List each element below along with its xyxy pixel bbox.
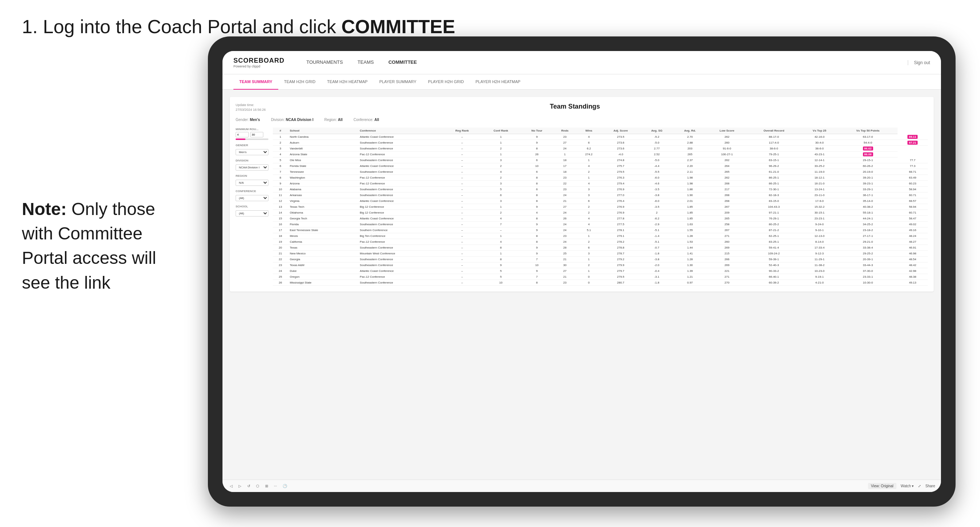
table-row[interactable]: 4Arizona StatePac-12 Conference–1261274.…: [273, 152, 928, 157]
tab-player-h2h-heatmap[interactable]: PLAYER H2H HEATMAP: [470, 75, 526, 90]
table-cell: 268: [707, 198, 747, 204]
table-cell: 262: [707, 175, 747, 181]
tab-player-h2h-grid[interactable]: PLAYER H2H GRID: [422, 75, 470, 90]
table-cell: Atlantic Coast Conference: [358, 163, 444, 169]
table-cell: 18: [273, 233, 288, 239]
watch-btn[interactable]: Watch ▾: [901, 484, 914, 488]
tab-team-h2h-grid[interactable]: TEAM H2H GRID: [278, 75, 321, 90]
table-row[interactable]: 11ArkansasSoutheastern Conference–682432…: [273, 192, 928, 198]
table-row[interactable]: 3VanderbiltSoutheastern Conference–28246…: [273, 146, 928, 152]
division-select[interactable]: NCAA Division I: [235, 164, 269, 171]
table-cell: 38-6-0: [800, 146, 838, 152]
toolbar-arrows[interactable]: ⤢: [918, 484, 921, 488]
table-cell: 4-21-0: [800, 280, 838, 286]
table-row[interactable]: 17East Tennessee StateSouthern Conferenc…: [273, 227, 928, 233]
table-cell: 3: [481, 157, 521, 163]
table-row[interactable]: 21New MexicoMountain West Conference–192…: [273, 251, 928, 257]
table-cell: 1.86: [673, 187, 707, 192]
table-cell: Pac-12 Conference: [358, 175, 444, 181]
table-cell: 9-19-1: [800, 274, 838, 280]
main-content-area: Update time: 27/03/2024 16:56:26 Team St…: [223, 90, 941, 479]
table-cell: –: [444, 274, 481, 280]
table-row[interactable]: 14OklahomaBig 12 Conference–24242276.921…: [273, 210, 928, 216]
table-cell: 1.28: [673, 257, 707, 262]
table-row[interactable]: 13Texas TechBig 12 Conference–19272276.9…: [273, 204, 928, 210]
table-cell: 2.37: [673, 157, 707, 163]
table-cell: 76-29-1: [747, 216, 801, 222]
table-cell: 17-9-0: [800, 198, 838, 204]
bottom-toolbar: ◁ ▷ ↺ ⬡ ⊞ ··· 🕐 View: Original Watch ▾ ⤢…: [223, 479, 941, 492]
table-row[interactable]: 20TexasSoutheastern Conference–89286278.…: [273, 245, 928, 251]
table-row[interactable]: 26Mississippi StateSoutheastern Conferen…: [273, 280, 928, 286]
tab-team-summary[interactable]: TEAM SUMMARY: [234, 75, 278, 90]
tab-team-h2h-heatmap[interactable]: TEAM H2H HEATMAP: [321, 75, 374, 90]
nav-tournaments[interactable]: TOURNAMENTS: [299, 51, 350, 75]
table-cell: 10-23-0: [800, 268, 838, 274]
table-cell: 4: [481, 216, 521, 222]
gender-filter-section: Gender Men's: [235, 144, 269, 155]
table-row[interactable]: 12VirginiaAtlantic Coast Conference–3821…: [273, 198, 928, 204]
table-row[interactable]: 8WashingtonPac-12 Conference–28231276.3-…: [273, 175, 928, 181]
tab-player-summary[interactable]: PLAYER SUMMARY: [374, 75, 422, 90]
share-btn[interactable]: Share: [925, 484, 935, 488]
table-row[interactable]: 23Texas A&MSoutheastern Conference–91030…: [273, 262, 928, 268]
table-row[interactable]: 9ArizonaPac-12 Conference–38224279.4-4.6…: [273, 181, 928, 187]
table-cell: 2.01: [673, 198, 707, 204]
table-cell: 9: [481, 262, 521, 268]
table-cell: –: [444, 198, 481, 204]
table-row[interactable]: 10AlabamaSoutheastern Conference–5623327…: [273, 187, 928, 192]
table-row[interactable]: 22GeorgiaSoutheastern Conference–8721127…: [273, 257, 928, 262]
toolbar-refresh[interactable]: ↺: [246, 483, 251, 489]
table-cell: 6: [577, 198, 601, 204]
table-row[interactable]: 15Georgia TechAtlantic Coast Conference–…: [273, 216, 928, 222]
table-cell: -0.7: [640, 245, 673, 251]
table-cell: 278.2: [601, 239, 640, 245]
table-cell: 276.9: [601, 210, 640, 216]
toolbar-back[interactable]: ◁: [228, 483, 234, 489]
min-rounds-max[interactable]: [250, 132, 263, 137]
table-row[interactable]: 2AuburnSoutheastern Conference–19276273.…: [273, 140, 928, 146]
region-select[interactable]: N/A: [235, 180, 269, 186]
table-cell: 38-6-0: [747, 146, 801, 152]
toolbar-share-icon[interactable]: ⬡: [255, 483, 261, 489]
table-cell: 43-23-1: [800, 152, 838, 157]
school-select[interactable]: (All): [235, 210, 269, 216]
table-row[interactable]: 7TennesseeSoutheastern Conference–461822…: [273, 169, 928, 175]
table-row[interactable]: 25OregonPac-12 Conference–57210279.5-3.1…: [273, 274, 928, 280]
toolbar-copy[interactable]: ⊞: [264, 483, 269, 489]
nav-committee[interactable]: COMMITTEE: [381, 51, 424, 75]
table-cell: 7: [521, 257, 553, 262]
table-cell: Vanderbilt: [288, 146, 358, 152]
table-cell: 60.71: [897, 210, 928, 216]
min-rounds-min[interactable]: [235, 132, 249, 137]
table-row[interactable]: 6Florida StateAtlantic Coast Conference–…: [273, 163, 928, 169]
toolbar-clock[interactable]: 🕐: [281, 483, 288, 489]
table-cell: 28: [553, 245, 577, 251]
table-row[interactable]: 5Ole MissSoutheastern Conference–3618127…: [273, 157, 928, 163]
rounds-slider[interactable]: [235, 138, 269, 140]
table-cell: 27: [553, 140, 577, 146]
gender-select[interactable]: Men's: [235, 149, 269, 155]
table-row[interactable]: 24DukeAtlantic Coast Conference–59271279…: [273, 268, 928, 274]
table-cell: 11-29-1: [800, 257, 838, 262]
table-row[interactable]: 18IllinoisBig Ten Conference–18231279.1-…: [273, 233, 928, 239]
table-cell: 1: [481, 251, 521, 257]
view-original-btn[interactable]: View: Original: [868, 483, 896, 489]
table-cell: 23: [553, 134, 577, 140]
table-cell: 8: [481, 245, 521, 251]
sign-out-button[interactable]: Sign out: [908, 60, 930, 65]
table-cell: 2.20: [673, 163, 707, 169]
nav-teams[interactable]: TEAMS: [350, 51, 381, 75]
conference-select[interactable]: (All): [235, 195, 269, 201]
table-cell: 24: [553, 146, 577, 152]
table-cell: 8: [521, 198, 553, 204]
table-cell: 1: [577, 257, 601, 262]
update-time-value: 27/03/2024 16:56:26: [235, 108, 266, 111]
toolbar-more[interactable]: ···: [272, 483, 278, 489]
table-row[interactable]: 19CaliforniaPac-12 Conference–48242278.2…: [273, 239, 928, 245]
table-cell: 8: [521, 181, 553, 187]
toolbar-forward[interactable]: ▷: [237, 483, 243, 489]
table-row[interactable]: 16FloridaSoutheastern Conference–7924427…: [273, 222, 928, 227]
table-row[interactable]: 1North CarolinaAtlantic Coast Conference…: [273, 134, 928, 140]
table-cell: -4.0: [601, 152, 640, 157]
